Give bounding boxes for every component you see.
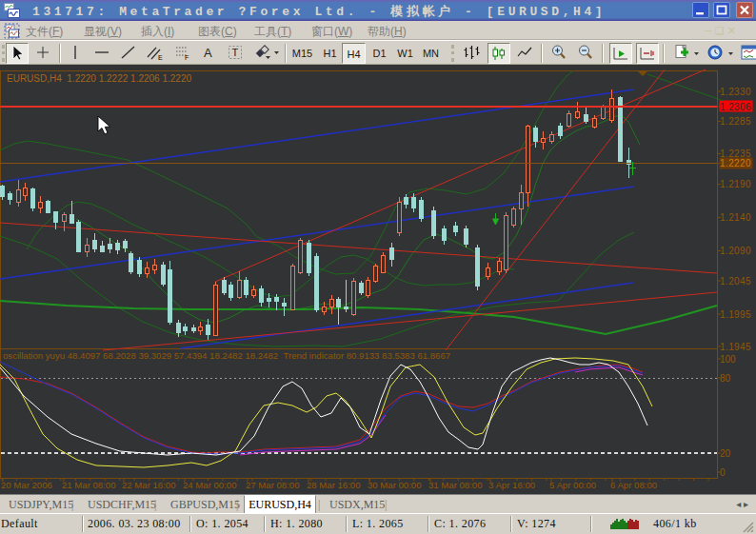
svg-text:1.2220: 1.2220 <box>720 158 751 168</box>
svg-text:1.2190: 1.2190 <box>720 179 751 189</box>
svg-text:21 Mar 08:00: 21 Mar 08:00 <box>62 480 116 490</box>
svg-text:1.2090: 1.2090 <box>720 246 751 256</box>
svg-text:0: 0 <box>720 467 726 478</box>
svg-text:100: 100 <box>720 354 736 365</box>
svg-text:1.1995: 1.1995 <box>720 309 751 320</box>
svg-text:20: 20 <box>720 448 731 459</box>
svg-text:22 Mar 16:00: 22 Mar 16:00 <box>122 480 176 490</box>
svg-text:80: 80 <box>720 373 731 384</box>
svg-text:28 Mar 16:00: 28 Mar 16:00 <box>307 480 361 490</box>
svg-text:1.2140: 1.2140 <box>720 212 751 223</box>
svg-text:1.2045: 1.2045 <box>720 276 751 287</box>
svg-text:27 Mar 08:00: 27 Mar 08:00 <box>246 480 300 490</box>
svg-text:1.2285: 1.2285 <box>720 116 751 127</box>
svg-text:30 Mar 00:00: 30 Mar 00:00 <box>368 480 422 490</box>
svg-text:EURUSD,H4 1.2220 1.2222 1.220: EURUSD,H4 1.2220 1.2222 1.2206 1.2220 <box>7 73 191 84</box>
svg-text:1.1945: 1.1945 <box>720 342 751 352</box>
svg-text:1.2306: 1.2306 <box>720 102 751 112</box>
svg-text:6 Apr 08:00: 6 Apr 08:00 <box>610 480 657 490</box>
svg-text:24 Mar 00:00: 24 Mar 00:00 <box>183 480 237 490</box>
svg-text:5 Apr 00:00: 5 Apr 00:00 <box>549 480 596 490</box>
svg-text:20 Mar 2006: 20 Mar 2006 <box>1 480 52 490</box>
svg-text:3 Apr 16:00: 3 Apr 16:00 <box>488 480 535 490</box>
svg-text:1.2330: 1.2330 <box>720 87 751 97</box>
svg-text:oscillation yuyu 48.4097 68.20: oscillation yuyu 48.4097 68.2028 39.3029… <box>3 350 450 361</box>
svg-text:31 Mar 08:00: 31 Mar 08:00 <box>428 480 483 490</box>
